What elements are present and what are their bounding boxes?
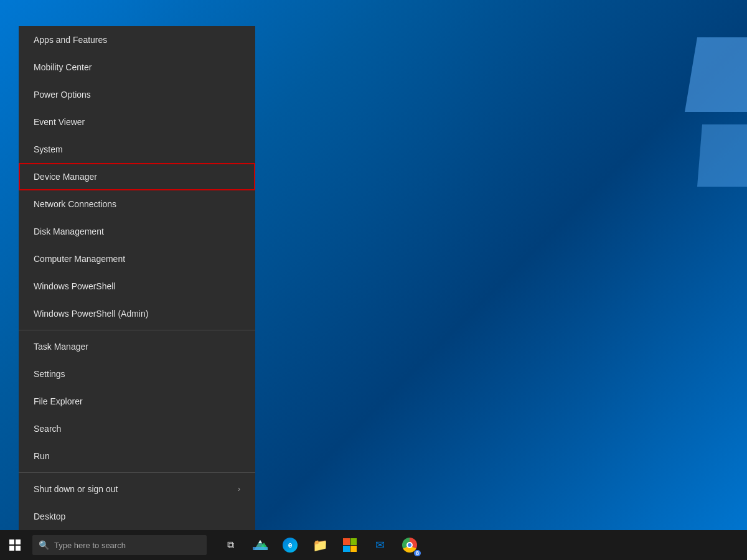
edge-circle: e xyxy=(283,538,298,553)
menu-label-apps-features: Apps and Features xyxy=(34,35,107,45)
folder-icon: 📁 xyxy=(312,538,328,553)
menu-item-run[interactable]: Run xyxy=(19,442,255,470)
menu-label-network-connections: Network Connections xyxy=(34,199,116,209)
menu-label-mobility-center: Mobility Center xyxy=(34,62,92,72)
menu-item-computer-management[interactable]: Computer Management xyxy=(19,245,255,273)
menu-item-desktop[interactable]: Desktop xyxy=(19,503,255,530)
menu-label-file-explorer: File Explorer xyxy=(34,396,83,406)
menu-item-disk-management[interactable]: Disk Management xyxy=(19,218,255,245)
start-logo xyxy=(9,539,21,551)
wallpaper-icon[interactable] xyxy=(247,530,274,560)
menu-item-search[interactable]: Search xyxy=(19,415,255,442)
menu-label-search: Search xyxy=(34,424,61,434)
task-view-icon[interactable]: ⧉ xyxy=(217,530,244,560)
store-icon-taskbar[interactable] xyxy=(336,530,364,560)
menu-label-event-viewer: Event Viewer xyxy=(34,117,85,127)
menu-item-windows-powershell-admin[interactable]: Windows PowerShell (Admin) xyxy=(19,300,255,327)
multiwindow-icon: ⧉ xyxy=(227,539,234,551)
menu-divider-after-run xyxy=(19,472,255,473)
menu-label-shut-down-sign-out: Shut down or sign out xyxy=(34,484,118,494)
menu-label-desktop: Desktop xyxy=(34,511,65,521)
menu-label-computer-management: Computer Management xyxy=(34,254,125,264)
store-grid-icon xyxy=(343,538,357,552)
menu-label-run: Run xyxy=(34,451,50,461)
menu-label-system: System xyxy=(34,144,63,154)
menu-label-disk-management: Disk Management xyxy=(34,226,104,236)
chrome-icon-taskbar[interactable]: 8 xyxy=(396,530,423,560)
menu-item-mobility-center[interactable]: Mobility Center xyxy=(19,54,255,81)
search-placeholder: Type here to search xyxy=(54,541,126,550)
menu-label-settings: Settings xyxy=(34,369,65,379)
mail-icon-taskbar[interactable]: ✉ xyxy=(366,530,393,560)
menu-item-settings[interactable]: Settings xyxy=(19,360,255,388)
chrome-badge: 8 xyxy=(414,550,421,556)
context-menu: Apps and FeaturesMobility CenterPower Op… xyxy=(19,26,255,530)
file-explorer-icon-taskbar[interactable]: 📁 xyxy=(306,530,334,560)
svg-rect-3 xyxy=(253,547,268,550)
menu-item-windows-powershell[interactable]: Windows PowerShell xyxy=(19,273,255,300)
menu-label-device-manager: Device Manager xyxy=(34,172,97,182)
menu-label-task-manager: Task Manager xyxy=(34,342,88,352)
taskbar-icons: ⧉ e 📁 xyxy=(217,530,423,560)
taskbar-search[interactable]: 🔍 Type here to search xyxy=(32,535,207,555)
menu-item-apps-features[interactable]: Apps and Features xyxy=(19,26,255,54)
mountain-svg-icon xyxy=(253,538,268,553)
start-button[interactable] xyxy=(0,530,30,560)
menu-item-system[interactable]: System xyxy=(19,136,255,163)
edge-icon-taskbar[interactable]: e xyxy=(276,530,304,560)
menu-label-power-options: Power Options xyxy=(34,90,91,100)
menu-item-file-explorer[interactable]: File Explorer xyxy=(19,388,255,415)
menu-divider-after-windows-powershell-admin xyxy=(19,330,255,330)
mail-icon: ✉ xyxy=(375,538,385,552)
menu-arrow-shut-down-sign-out: › xyxy=(238,485,240,493)
win-shape-upper xyxy=(685,37,747,112)
svg-marker-2 xyxy=(258,540,262,543)
menu-item-device-manager[interactable]: Device Manager xyxy=(19,163,255,190)
chrome-inner xyxy=(406,542,413,548)
menu-item-event-viewer[interactable]: Event Viewer xyxy=(19,108,255,136)
menu-label-windows-powershell: Windows PowerShell xyxy=(34,281,116,291)
menu-item-network-connections[interactable]: Network Connections xyxy=(19,190,255,218)
menu-label-windows-powershell-admin: Windows PowerShell (Admin) xyxy=(34,309,148,319)
menu-item-shut-down-sign-out[interactable]: Shut down or sign out› xyxy=(19,475,255,503)
desktop: Apps and FeaturesMobility CenterPower Op… xyxy=(0,0,747,560)
menu-item-task-manager[interactable]: Task Manager xyxy=(19,333,255,360)
win-shape-lower xyxy=(697,124,747,187)
menu-item-power-options[interactable]: Power Options xyxy=(19,81,255,108)
search-icon: 🔍 xyxy=(39,540,49,550)
taskbar: 🔍 Type here to search ⧉ e xyxy=(0,530,747,560)
